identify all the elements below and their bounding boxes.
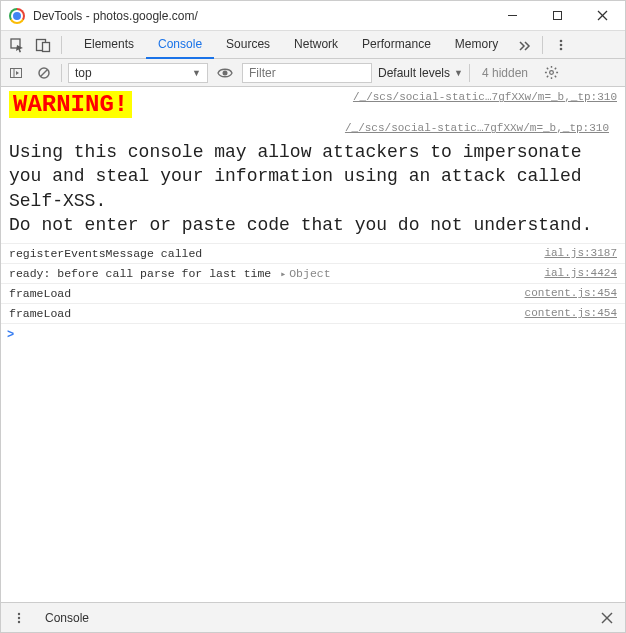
svg-point-15 [549,71,553,75]
clear-console-icon[interactable] [33,62,55,84]
source-link[interactable]: ial.js:4424 [544,267,617,279]
window-titlebar: DevTools - photos.google.com/ [1,1,625,31]
log-levels-select[interactable]: Default levels ▼ [378,66,463,80]
console-message-row: frameLoad content.js:454 [1,284,625,304]
device-toolbar-icon[interactable] [31,33,55,57]
console-message-warning: /_/scs/social-static…7gfXXw/m=_b,_tp:310… [1,87,625,244]
object-expand-toggle[interactable]: Object [278,267,330,280]
close-button[interactable] [580,1,625,31]
tab-console[interactable]: Console [146,31,214,59]
drawer-tab-console[interactable]: Console [37,611,97,625]
tab-elements[interactable]: Elements [72,31,146,59]
execution-context-select[interactable]: top ▼ [68,63,208,83]
console-message-row: frameLoad content.js:454 [1,304,625,324]
tab-performance[interactable]: Performance [350,31,443,59]
live-expression-eye-icon[interactable] [214,62,236,84]
svg-rect-1 [554,12,562,20]
chevron-down-icon: ▼ [192,68,201,78]
hidden-messages-count[interactable]: 4 hidden [482,66,528,80]
svg-point-8 [560,43,563,46]
drawer-close-icon[interactable] [595,606,619,630]
svg-point-14 [223,70,228,75]
source-link[interactable]: content.js:454 [525,287,617,299]
settings-kebab-icon[interactable] [549,33,573,57]
warning-body: Using this console may allow attackers t… [9,134,617,237]
inspect-element-icon[interactable] [5,33,29,57]
levels-label: Default levels [378,66,450,80]
warning-line: Using this console may allow attackers t… [9,140,617,213]
prompt-caret-icon: > [7,328,14,342]
minimize-button[interactable] [490,1,535,31]
svg-rect-6 [43,42,50,51]
tab-sources[interactable]: Sources [214,31,282,59]
tab-network[interactable]: Network [282,31,350,59]
message-text: registerEventsMessage called [9,247,544,260]
divider [61,64,62,82]
warning-title: WARNING! [9,91,132,118]
source-link[interactable]: content.js:454 [525,307,617,319]
svg-point-16 [18,612,20,614]
chrome-icon [9,8,25,24]
maximize-button[interactable] [535,1,580,31]
filter-input[interactable] [242,63,372,83]
source-link[interactable]: /_/scs/social-static…7gfXXw/m=_b,_tp:310 [353,91,617,103]
source-link[interactable]: ial.js:3187 [544,247,617,259]
message-text: frameLoad [9,307,525,320]
console-settings-gear-icon[interactable] [540,62,562,84]
toggle-sidebar-icon[interactable] [5,62,27,84]
console-message-row: ready: before call parse for last time O… [1,264,625,284]
source-link[interactable]: /_/scs/social-static…7gfXXw/m=_b,_tp:310 [9,118,617,134]
divider [61,36,62,54]
console-output: /_/scs/social-static…7gfXXw/m=_b,_tp:310… [1,87,625,602]
more-tabs-chevron-icon[interactable] [512,33,536,57]
window-title: DevTools - photos.google.com/ [33,9,490,23]
drawer: Console [1,602,625,632]
warning-line: Do not enter or paste code that you do n… [9,213,617,237]
divider [542,36,543,54]
tab-memory[interactable]: Memory [443,31,510,59]
svg-point-7 [560,39,563,42]
message-text: frameLoad [9,287,525,300]
console-toolbar: top ▼ Default levels ▼ 4 hidden [1,59,625,87]
svg-point-9 [560,47,563,50]
svg-point-17 [18,616,20,618]
chevron-down-icon: ▼ [454,68,463,78]
context-value: top [75,66,92,80]
divider [469,64,470,82]
console-prompt[interactable]: > [1,324,625,346]
svg-line-13 [41,69,48,76]
drawer-kebab-icon[interactable] [7,606,31,630]
message-text: ready: before call parse for last time O… [9,267,544,280]
panel-tabs: Elements Console Sources Network Perform… [72,31,510,59]
console-message-row: registerEventsMessage called ial.js:3187 [1,244,625,264]
main-toolbar: Elements Console Sources Network Perform… [1,31,625,59]
svg-point-18 [18,620,20,622]
